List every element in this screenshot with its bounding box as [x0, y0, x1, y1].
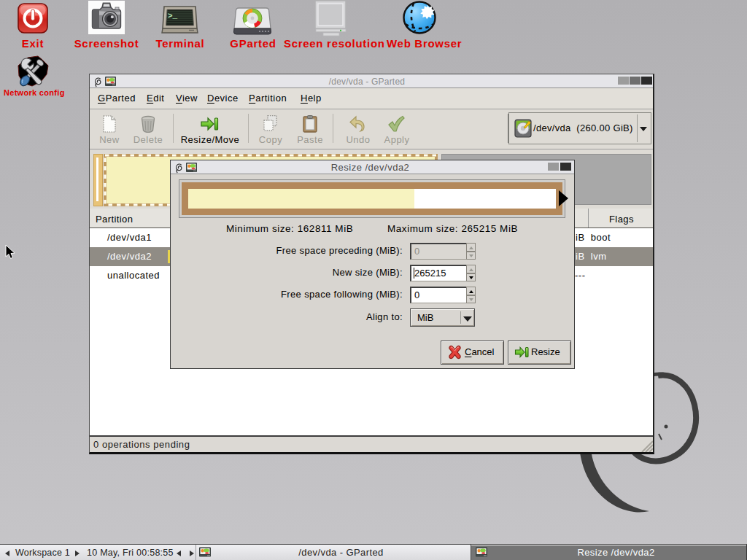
- svg-text:>_: >_: [168, 12, 178, 20]
